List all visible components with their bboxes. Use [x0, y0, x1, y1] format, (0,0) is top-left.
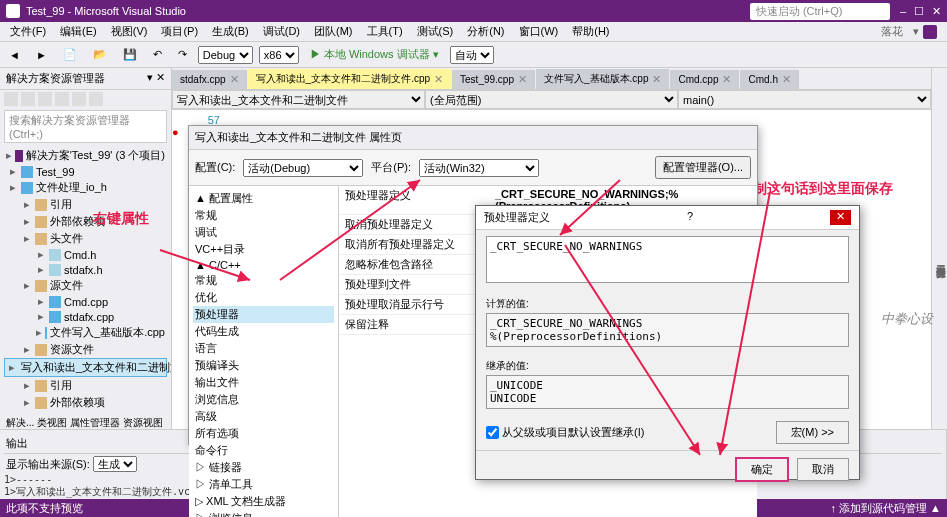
editor-tab[interactable]: 写入和读出_文本文件和二进制文件.cpp ✕ — [248, 69, 451, 89]
refresh-icon[interactable] — [21, 92, 35, 106]
platform-select[interactable]: x86 — [259, 46, 299, 64]
tree-item[interactable]: ▸外部依赖项 — [4, 394, 167, 411]
cancel-button[interactable]: 取消 — [797, 458, 849, 481]
config-dropdown[interactable]: 活动(Debug) — [243, 159, 363, 177]
config-manager-button[interactable]: 配置管理器(O)... — [655, 156, 751, 179]
tree-item[interactable]: ▸写入和读出_文本文件和二进制文件 — [4, 358, 167, 377]
tree-item[interactable]: ▸Cmd.cpp — [4, 294, 167, 309]
tree-item[interactable]: ▸文件写入_基础版本.cpp — [4, 324, 167, 341]
config-label: 配置(C): — [195, 160, 235, 175]
menu-tools[interactable]: 工具(T) — [361, 22, 409, 41]
save-icon[interactable]: 💾 — [118, 45, 142, 64]
nav-project[interactable]: 写入和读出_文本文件和二进制文件 — [172, 90, 425, 109]
user-badge[interactable]: 落花 ▾ — [869, 20, 943, 43]
prop-tree-item[interactable]: 命令行 — [193, 442, 334, 459]
prop-tree-item[interactable]: VC++目录 — [193, 241, 334, 258]
preprocessor-input[interactable] — [486, 236, 849, 283]
status-right[interactable]: ↑ 添加到源代码管理 ▲ — [831, 501, 942, 516]
menu-help[interactable]: 帮助(H) — [566, 22, 615, 41]
editor-tab[interactable]: Cmd.h ✕ — [740, 70, 798, 89]
menu-test[interactable]: 测试(S) — [411, 22, 460, 41]
inherit-checkbox[interactable]: 从父级或项目默认设置继承(I) — [486, 425, 644, 440]
editor-tab[interactable]: 文件写入_基础版本.cpp ✕ — [536, 69, 669, 89]
menu-view[interactable]: 视图(V) — [105, 22, 154, 41]
prop-tree-item[interactable]: ▷ XML 文档生成器 — [193, 493, 334, 510]
tree-item[interactable]: ▸stdafx.cpp — [4, 309, 167, 324]
editor-tab[interactable]: Test_99.cpp ✕ — [452, 70, 535, 89]
tree-item[interactable]: ▸源文件 — [4, 277, 167, 294]
undo-icon[interactable]: ↶ — [148, 45, 167, 64]
close-icon[interactable]: ✕ — [932, 5, 941, 18]
output-source-select[interactable]: 生成 — [93, 456, 137, 472]
nav-scope[interactable]: (全局范围) — [425, 90, 678, 109]
prop-tree-item[interactable]: ▲ 配置属性 — [193, 190, 334, 207]
prop-tree-item[interactable]: 常规 — [193, 272, 334, 289]
config-select[interactable]: Debug — [198, 46, 253, 64]
edit-dialog-title: 预处理器定义 — [484, 210, 550, 225]
dialog-close-icon[interactable]: ✕ — [830, 210, 851, 225]
prop-category-tree[interactable]: ▲ 配置属性 常规 调试 VC++目录▲ C/C++ 常规 优化 预处理器 代码… — [189, 186, 339, 517]
status-left: 此项不支持预览 — [6, 501, 83, 516]
window-title: Test_99 - Microsoft Visual Studio — [26, 5, 750, 17]
redo-icon[interactable]: ↷ — [173, 45, 192, 64]
showall-icon[interactable] — [55, 92, 69, 106]
menu-debug[interactable]: 调试(D) — [257, 22, 306, 41]
prop-tree-item[interactable]: 优化 — [193, 289, 334, 306]
tree-item[interactable]: ▸资源文件 — [4, 341, 167, 358]
menu-window[interactable]: 窗口(W) — [513, 22, 565, 41]
dialog-help-icon[interactable]: ? — [687, 210, 693, 225]
tree-item[interactable]: ▸头文件 — [4, 230, 167, 247]
editor-tab[interactable]: Cmd.cpp ✕ — [670, 70, 739, 89]
panel-pin-icon[interactable]: ▾ ✕ — [147, 71, 165, 86]
nav-back-icon[interactable]: ◄ — [4, 46, 25, 64]
solution-tree[interactable]: ▸解决方案'Test_99' (3 个项目)▸Test_99▸文件处理_io_h… — [0, 145, 171, 413]
collapse-icon[interactable] — [72, 92, 86, 106]
quick-launch[interactable]: 快速启动 (Ctrl+Q) — [750, 3, 890, 20]
sync-icon[interactable] — [38, 92, 52, 106]
prop-tree-item[interactable]: 预处理器 — [193, 306, 334, 323]
prop-tree-item[interactable]: 预编译头 — [193, 357, 334, 374]
prop-tree-item[interactable]: 调试 — [193, 224, 334, 241]
menu-edit[interactable]: 编辑(E) — [54, 22, 103, 41]
minimize-icon[interactable]: – — [900, 5, 906, 18]
prop-tree-item[interactable]: 常规 — [193, 207, 334, 224]
macro-button[interactable]: 宏(M) >> — [776, 421, 849, 444]
maximize-icon[interactable]: ☐ — [914, 5, 924, 18]
prop-tree-item[interactable]: ▷ 浏览信息 — [193, 510, 334, 517]
run-button[interactable]: ▶ 本地 Windows 调试器 ▾ — [305, 44, 444, 65]
props-icon[interactable] — [89, 92, 103, 106]
menu-analyze[interactable]: 分析(N) — [461, 22, 510, 41]
prop-tree-item[interactable]: 输出文件 — [193, 374, 334, 391]
solution-search[interactable]: 搜索解决方案资源管理器(Ctrl+;) — [4, 110, 167, 143]
run-mode-select[interactable]: 自动 — [450, 46, 494, 64]
menu-file[interactable]: 文件(F) — [4, 22, 52, 41]
tree-item[interactable]: ▸引用 — [4, 377, 167, 394]
logo-text: 中拳心设 — [881, 310, 933, 328]
tree-item[interactable]: ▸文件处理_io_h — [4, 179, 167, 196]
prop-tree-item[interactable]: 语言 — [193, 340, 334, 357]
prop-tree-item[interactable]: ▷ 清单工具 — [193, 476, 334, 493]
prop-tree-item[interactable]: 所有选项 — [193, 425, 334, 442]
right-toolbox[interactable]: 工具箱 服务器资源管理器 — [931, 68, 947, 448]
ok-button[interactable]: 确定 — [735, 457, 789, 482]
new-icon[interactable]: 📄 — [58, 45, 82, 64]
platform-dropdown[interactable]: 活动(Win32) — [419, 159, 539, 177]
menu-build[interactable]: 生成(B) — [206, 22, 255, 41]
menu-team[interactable]: 团队(M) — [308, 22, 359, 41]
prop-tree-item[interactable]: 浏览信息 — [193, 391, 334, 408]
home-icon[interactable] — [4, 92, 18, 106]
prop-tree-item[interactable]: 代码生成 — [193, 323, 334, 340]
nav-member[interactable]: main() — [678, 90, 931, 109]
panel-toolbar — [0, 90, 171, 108]
tree-item[interactable]: ▸Test_99 — [4, 164, 167, 179]
prop-tree-item[interactable]: 高级 — [193, 408, 334, 425]
prop-tree-item[interactable]: ▷ 链接器 — [193, 459, 334, 476]
nav-bar: 写入和读出_文本文件和二进制文件 (全局范围) main() — [172, 90, 931, 110]
prop-tree-item[interactable]: ▲ C/C++ — [193, 258, 334, 272]
editor-tab[interactable]: stdafx.cpp ✕ — [172, 70, 247, 89]
tree-item[interactable]: ▸Cmd.h — [4, 247, 167, 262]
menu-project[interactable]: 项目(P) — [155, 22, 204, 41]
open-icon[interactable]: 📂 — [88, 45, 112, 64]
nav-fwd-icon[interactable]: ► — [31, 46, 52, 64]
tree-item[interactable]: ▸stdafx.h — [4, 262, 167, 277]
